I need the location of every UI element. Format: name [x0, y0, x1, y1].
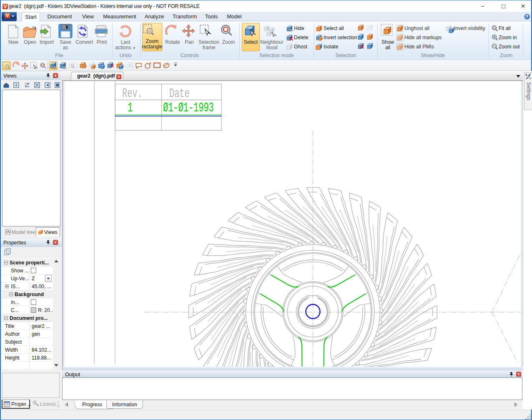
svg-text:Date: Date — [169, 86, 190, 101]
svg-text:1: 1 — [128, 101, 133, 116]
svg-text:Ø1-Ø1-1993: Ø1-Ø1-1993 — [163, 101, 214, 116]
svg-text:Rev.: Rev. — [122, 86, 143, 101]
